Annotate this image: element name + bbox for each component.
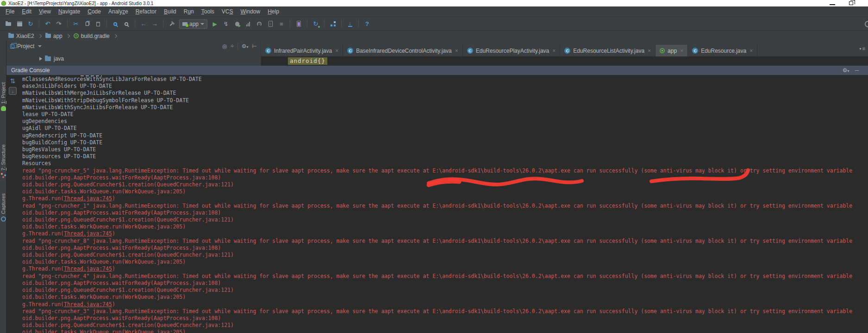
scroll-to-end-icon[interactable]: ↓	[9, 87, 17, 95]
editor-tab-eduresource-java[interactable]: CEduResource.java×	[688, 45, 757, 56]
breadcrumb-separator	[66, 34, 69, 37]
menu-item-code[interactable]: Code	[84, 8, 105, 15]
menu-item-edit[interactable]: Edit	[18, 8, 35, 15]
menu-item-navigate[interactable]: Navigate	[55, 8, 84, 15]
tool-window-button-structure[interactable]: 7: Structure	[0, 144, 6, 178]
avd-manager-icon[interactable]	[294, 20, 303, 28]
stacktrace-link[interactable]: Thread.java:745	[64, 301, 112, 308]
breadcrumb-item-file[interactable]: build.gradle	[74, 33, 110, 39]
console-line: oid.builder.tasks.WorkQueue.run(WorkQueu…	[22, 188, 868, 195]
debug-icon[interactable]	[232, 20, 242, 28]
menu-item-view[interactable]: View	[35, 8, 55, 15]
console-line: Resources	[22, 160, 868, 167]
tab-list-menu-icon[interactable]: ▾≡	[860, 46, 868, 51]
open-folder-icon[interactable]	[4, 20, 13, 28]
tool-window-icon	[10, 44, 14, 49]
search-everywhere-icon[interactable]	[865, 21, 868, 27]
tool-window-button-captures[interactable]: Captures	[0, 193, 6, 222]
forward-icon[interactable]: →	[150, 20, 159, 28]
redo-icon[interactable]: ↷	[54, 20, 63, 28]
gradle-sync-icon[interactable]: ↻	[311, 20, 320, 28]
scroll-from-source-icon[interactable]: ◎	[222, 43, 227, 49]
copy-icon[interactable]	[82, 20, 92, 28]
menu-item-run[interactable]: Run	[180, 8, 198, 15]
cut-icon[interactable]: ✂	[71, 20, 81, 28]
close-icon[interactable]: ×	[552, 49, 556, 53]
minimize-button[interactable]	[830, 1, 835, 5]
editor-tab-baseinfrareddevicecontrolactivity-java[interactable]: CBaseInfraredDeviceControlActivity.java×	[343, 45, 463, 56]
tool-window-bar: 1: Project7: StructureCaptures	[0, 41, 6, 333]
menu-item-tools[interactable]: Tools	[198, 8, 218, 15]
expand-arrow-icon[interactable]	[39, 57, 42, 61]
close-icon[interactable]: ×	[335, 49, 338, 53]
gradle-console-title: Gradle Console	[11, 67, 50, 74]
restore-button[interactable]	[849, 1, 853, 5]
sync-icon[interactable]: ↻	[26, 20, 35, 28]
editor-tab-eduresourceplayactivity-java[interactable]: CEduResourcePlayActivity.java×	[463, 45, 561, 56]
breadcrumb-item-module[interactable]: app	[45, 33, 62, 39]
editor-tab-app[interactable]: app×	[656, 45, 688, 56]
settings-gear-icon[interactable]: ⚙▾	[242, 43, 249, 49]
profile-icon[interactable]	[244, 20, 253, 28]
back-icon[interactable]: ←	[139, 20, 148, 28]
menu-item-analyze[interactable]: Analyze	[105, 8, 132, 15]
console-line: oid.builder.png.AaptProcess.waitForReady…	[22, 174, 868, 181]
collapse-all-icon[interactable]: ÷	[231, 43, 234, 49]
class-icon: C	[564, 48, 570, 54]
replace-icon[interactable]	[122, 20, 131, 28]
stacktrace-link[interactable]: Thread.java:745	[64, 230, 112, 237]
console-line: oid.builder.png.QueuedCruncher$1.creatio…	[22, 216, 868, 223]
breadcrumb-separator	[113, 34, 117, 37]
tool-window-button-project[interactable]: 1: Project	[0, 82, 6, 111]
close-icon[interactable]: ×	[680, 49, 683, 53]
android-studio-logo-icon	[1, 1, 6, 6]
editor-viewport[interactable]: android{}	[261, 56, 868, 66]
menu-item-refactor[interactable]: Refactor	[132, 8, 160, 15]
console-line: read "png-cruncher_8" java.lang.RuntimeE…	[22, 238, 868, 245]
tab-label: EduResourcePlayActivity.java	[476, 48, 550, 54]
close-icon[interactable]: ×	[648, 49, 651, 53]
breadcrumb-item-project[interactable]: XiaoE2	[8, 33, 34, 39]
console-output: mClassesAndResourcesWithSyncLibJarsForRe…	[22, 76, 868, 333]
editor-tab-infraredpairactivity-java[interactable]: CInfraredPairActivity.java×	[261, 45, 343, 56]
stop-icon[interactable]: ■	[277, 20, 286, 28]
console-hide-icon[interactable]: ─	[855, 67, 859, 74]
android-icon	[1, 106, 6, 111]
make-project-icon[interactable]	[167, 20, 176, 28]
close-icon[interactable]: ×	[749, 49, 753, 53]
run-configuration-select[interactable]: app	[179, 19, 207, 29]
menu-item-file[interactable]: File	[2, 8, 18, 15]
console-line: oid.builder.png.AaptProcess.waitForReady…	[22, 315, 868, 322]
tool-window-label: Captures	[0, 193, 6, 214]
console-line: read "png-cruncher_3" java.lang.RuntimeE…	[22, 308, 868, 315]
undo-icon[interactable]: ↶	[43, 20, 52, 28]
run-button[interactable]: ▶	[210, 20, 219, 28]
menu-item-build[interactable]: Build	[160, 8, 180, 15]
stacktrace-link[interactable]: Thread.java:745	[64, 195, 112, 202]
menu-item-vcs[interactable]: VCS	[218, 8, 237, 15]
hide-panel-icon[interactable]: ⊢	[252, 43, 257, 49]
attach-debugger-icon[interactable]: ↓	[266, 20, 275, 28]
console-line: mNativeLibsWithStripDebugSymbolForReleas…	[22, 97, 868, 104]
tool-window-label: 7: Structure	[0, 144, 6, 171]
console-line: easeJniLibFolders UP-TO-DATE	[22, 83, 868, 90]
save-all-icon[interactable]	[15, 20, 24, 28]
find-icon[interactable]	[111, 20, 120, 28]
stacktrace-link[interactable]: Thread.java:745	[64, 265, 112, 272]
chevron-down-icon[interactable]	[38, 45, 42, 47]
close-icon[interactable]: ×	[455, 49, 458, 53]
console-settings-gear-icon[interactable]: ⚙▾	[843, 67, 849, 74]
paste-icon[interactable]	[94, 20, 103, 28]
console-line: oid.builder.png.QueuedCruncher$1.creatio…	[22, 252, 868, 259]
apply-changes-icon[interactable]: ↯	[221, 20, 231, 28]
menu-item-help[interactable]: Help	[264, 8, 283, 15]
project-structure-icon[interactable]	[328, 20, 337, 28]
rerun-output-icon[interactable]: ⇅	[10, 77, 16, 85]
sdk-manager-icon[interactable]: ↓	[345, 20, 355, 28]
tree-item-java[interactable]: java	[6, 54, 261, 64]
editor-tab-eduresourcelistactivity-java[interactable]: CEduResourceListActivity.java×	[560, 45, 656, 56]
android-profiler-icon[interactable]	[255, 20, 264, 28]
help-icon[interactable]: ?	[362, 20, 372, 28]
console-line: oid.builder.tasks.WorkQueue.run(WorkQueu…	[22, 259, 868, 265]
menu-item-window[interactable]: Window	[237, 8, 264, 15]
